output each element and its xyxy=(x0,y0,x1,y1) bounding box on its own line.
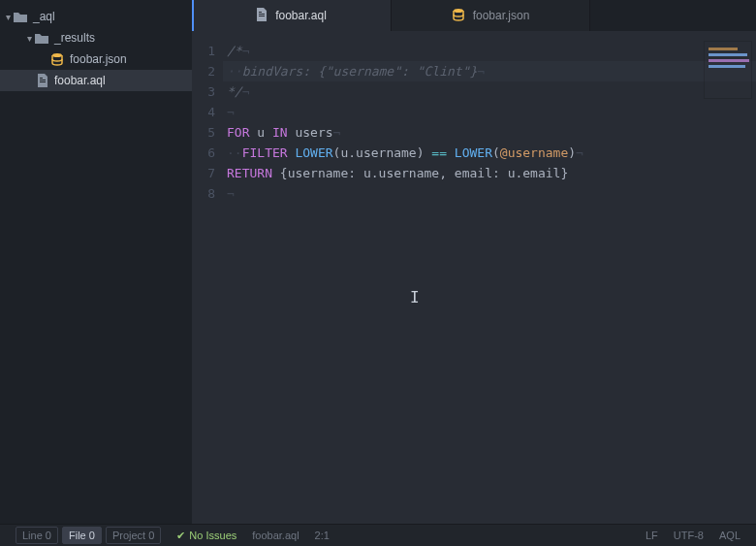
minimap[interactable] xyxy=(704,41,752,99)
code-line[interactable]: ¬ xyxy=(223,102,756,122)
line-gutter: 1 2 3 4 5 6 7 8 xyxy=(192,31,223,524)
code-area[interactable]: /*¬··bindVars: {"username": "Clint"}¬*/¬… xyxy=(223,31,756,524)
status-issues[interactable]: ✔ No Issues xyxy=(169,525,244,547)
tab-label: foobar.json xyxy=(473,9,530,22)
tree-folder-results[interactable]: ▾ _results xyxy=(0,27,192,48)
file-tree: ▾ _aql ▾ _results foobar.json foobar.aql xyxy=(0,0,192,524)
line-number: 3 xyxy=(192,81,215,102)
folder-icon xyxy=(14,11,27,22)
tree-label: _aql xyxy=(33,10,55,23)
code-line[interactable]: FOR u IN users¬ xyxy=(223,122,756,143)
status-cursor-pos[interactable]: 2:1 xyxy=(307,525,337,547)
line-number: 1 xyxy=(192,41,215,61)
tree-file-foobar-json[interactable]: foobar.json xyxy=(0,48,192,70)
scope-line[interactable]: Line 0 xyxy=(16,527,58,544)
line-number: 4 xyxy=(192,102,215,122)
file-icon xyxy=(37,74,48,87)
code-line[interactable]: */¬ xyxy=(223,81,756,102)
code-line[interactable]: ¬ xyxy=(223,183,756,204)
line-number: 6 xyxy=(192,143,215,163)
tree-folder-aql[interactable]: ▾ _aql xyxy=(0,6,192,27)
code-line[interactable]: /*¬ xyxy=(223,41,756,61)
check-icon: ✔ xyxy=(176,530,185,542)
code-line[interactable]: RETURN {username: u.username, email: u.e… xyxy=(223,163,756,183)
status-encoding[interactable]: UTF-8 xyxy=(666,525,711,547)
tab-bar-spacer xyxy=(589,0,756,31)
chevron-down-icon: ▾ xyxy=(23,33,35,44)
svg-point-1 xyxy=(454,9,463,13)
tab-foobar-json[interactable]: foobar.json xyxy=(391,0,589,31)
tree-label: foobar.aql xyxy=(54,74,106,87)
database-icon xyxy=(50,52,64,66)
tree-file-foobar-aql[interactable]: foobar.aql xyxy=(0,70,192,91)
scope-file[interactable]: File 0 xyxy=(62,527,102,544)
chevron-down-icon: ▾ xyxy=(2,12,14,22)
code-line[interactable]: ··FILTER LOWER(u.username) == LOWER(@use… xyxy=(223,143,756,163)
line-number: 7 xyxy=(192,163,215,183)
line-number: 2 xyxy=(192,61,215,81)
status-bar: Line 0 File 0 Project 0 ✔ No Issues foob… xyxy=(0,524,756,546)
svg-point-0 xyxy=(52,53,62,57)
text-cursor-icon: I xyxy=(410,287,411,305)
tree-label: _results xyxy=(54,31,95,45)
line-number: 8 xyxy=(192,183,215,204)
code-editor[interactable]: 1 2 3 4 5 6 7 8 /*¬··bindVars: {"usernam… xyxy=(192,31,756,524)
status-filename[interactable]: foobar.aql xyxy=(244,525,306,547)
file-icon xyxy=(256,8,268,24)
code-line[interactable]: ··bindVars: {"username": "Clint"}¬ xyxy=(223,61,756,81)
status-line-scope[interactable]: Line 0 File 0 Project 0 xyxy=(8,525,169,547)
tab-bar: foobar.aql foobar.json xyxy=(192,0,756,31)
line-number: 5 xyxy=(192,122,215,143)
folder-icon xyxy=(35,32,48,44)
status-language[interactable]: AQL xyxy=(711,525,748,547)
scope-project[interactable]: Project 0 xyxy=(106,527,161,544)
tab-label: foobar.aql xyxy=(275,9,327,22)
tree-label: foobar.json xyxy=(70,52,127,66)
database-icon xyxy=(452,8,465,24)
status-line-ending[interactable]: LF xyxy=(638,525,666,547)
tab-foobar-aql[interactable]: foobar.aql xyxy=(192,0,391,31)
